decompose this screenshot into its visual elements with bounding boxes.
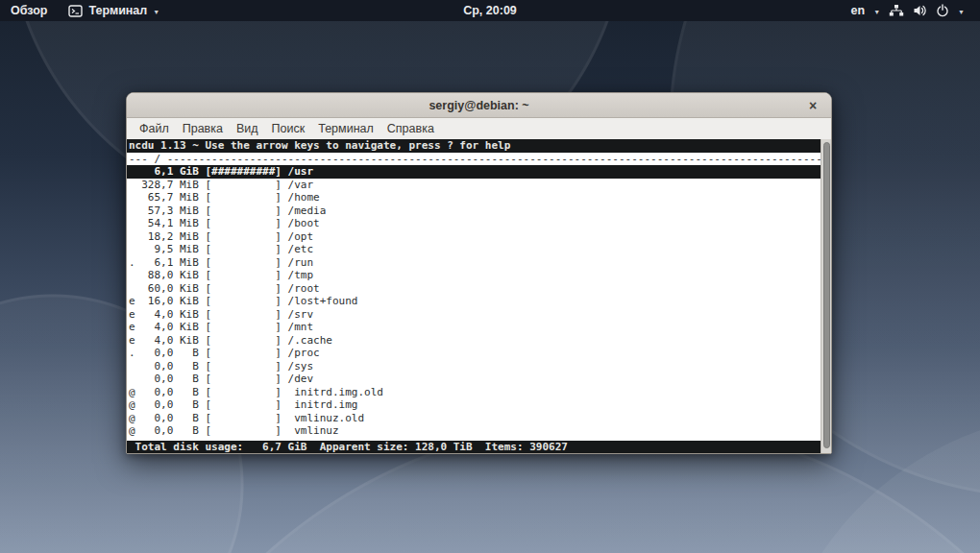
terminal-icon bbox=[68, 5, 83, 17]
list-item[interactable]: e 4,0 KiB [ ] /mnt bbox=[127, 321, 821, 334]
terminal-window: sergiy@debian: ~ × ФайлПравкаВидПоискТер… bbox=[126, 92, 832, 454]
clock[interactable]: Ср, 20:09 bbox=[463, 4, 517, 17]
list-item[interactable]: e 4,0 KiB [ ] /.cache bbox=[127, 334, 821, 348]
menu-item[interactable]: Терминал bbox=[311, 122, 380, 135]
list-item[interactable]: @ 0,0 B [ ] vmlinuz.old bbox=[127, 412, 821, 425]
system-status-area[interactable]: en ▼ ▼ bbox=[844, 0, 972, 21]
keyboard-layout-indicator: en bbox=[851, 4, 866, 17]
menu-item[interactable]: Правка bbox=[176, 122, 230, 135]
network-wired-icon bbox=[889, 4, 904, 17]
top-bar-left: Обзор Терминал ▼ bbox=[0, 0, 170, 21]
top-bar: Обзор Терминал ▼ Ср, 20:09 en ▼ bbox=[0, 0, 980, 21]
ncdu-file-list: 6,1 GiB [##########] /usr 328,7 MiB [ ] … bbox=[127, 165, 821, 441]
ncdu-footer: Total disk usage: 6,7 GiB Apparent size:… bbox=[127, 441, 821, 454]
menu-bar: ФайлПравкаВидПоискТерминалСправка bbox=[127, 118, 831, 139]
list-item[interactable]: 0,0 B [ ] /dev bbox=[127, 373, 821, 386]
list-item[interactable]: @ 0,0 B [ ] vmlinuz bbox=[127, 424, 821, 438]
menu-item[interactable]: Файл bbox=[133, 122, 176, 135]
window-titlebar[interactable]: sergiy@debian: ~ × bbox=[127, 93, 831, 118]
list-item[interactable]: 0,0 B [ ] /sys bbox=[127, 360, 821, 373]
list-item[interactable]: 60,0 KiB [ ] /root bbox=[127, 282, 821, 296]
list-item[interactable]: e 16,0 KiB [ ] /lost+found bbox=[127, 295, 821, 308]
menu-item[interactable]: Поиск bbox=[265, 122, 312, 135]
chevron-down-icon: ▼ bbox=[873, 9, 880, 15]
list-item[interactable]: 65,7 MiB [ ] /home bbox=[127, 191, 821, 204]
ncdu-path-line: --- / ----------------------------------… bbox=[127, 153, 821, 166]
chevron-down-icon: ▼ bbox=[958, 9, 965, 15]
scrollbar-thumb[interactable] bbox=[823, 142, 830, 448]
list-item[interactable]: 9,5 MiB [ ] /etc bbox=[127, 243, 821, 256]
menu-item[interactable]: Вид bbox=[230, 122, 265, 135]
chevron-down-icon: ▼ bbox=[153, 9, 159, 15]
list-item[interactable]: . 6,1 MiB [ ] /run bbox=[127, 256, 821, 270]
list-item[interactable]: e 4,0 KiB [ ] /srv bbox=[127, 308, 821, 322]
activities-button[interactable]: Обзор bbox=[0, 0, 58, 21]
list-item[interactable]: 18,2 MiB [ ] /opt bbox=[127, 230, 821, 244]
terminal-screen[interactable]: ncdu 1.13 ~ Use the arrow keys to naviga… bbox=[127, 139, 831, 453]
menu-item[interactable]: Справка bbox=[380, 122, 441, 135]
list-item[interactable]: 6,1 GiB [##########] /usr bbox=[127, 165, 821, 179]
list-item[interactable]: 328,7 MiB [ ] /var bbox=[127, 179, 821, 192]
list-item[interactable]: . 0,0 B [ ] /proc bbox=[127, 347, 821, 360]
ncdu-header: ncdu 1.13 ~ Use the arrow keys to naviga… bbox=[127, 139, 821, 153]
close-button[interactable]: × bbox=[800, 93, 825, 117]
list-item[interactable]: 54,1 MiB [ ] /boot bbox=[127, 217, 821, 230]
list-item[interactable]: @ 0,0 B [ ] initrd.img bbox=[127, 398, 821, 412]
scrollbar[interactable] bbox=[821, 139, 831, 453]
app-menu-button[interactable]: Терминал ▼ bbox=[58, 0, 170, 21]
list-item[interactable]: 88,0 KiB [ ] /tmp bbox=[127, 269, 821, 282]
list-item[interactable]: 57,3 MiB [ ] /media bbox=[127, 204, 821, 218]
volume-icon bbox=[913, 4, 927, 17]
window-title: sergiy@debian: ~ bbox=[429, 99, 528, 112]
app-menu-label: Терминал bbox=[88, 4, 147, 17]
power-icon bbox=[936, 4, 949, 17]
list-item[interactable]: @ 0,0 B [ ] initrd.img.old bbox=[127, 386, 821, 399]
